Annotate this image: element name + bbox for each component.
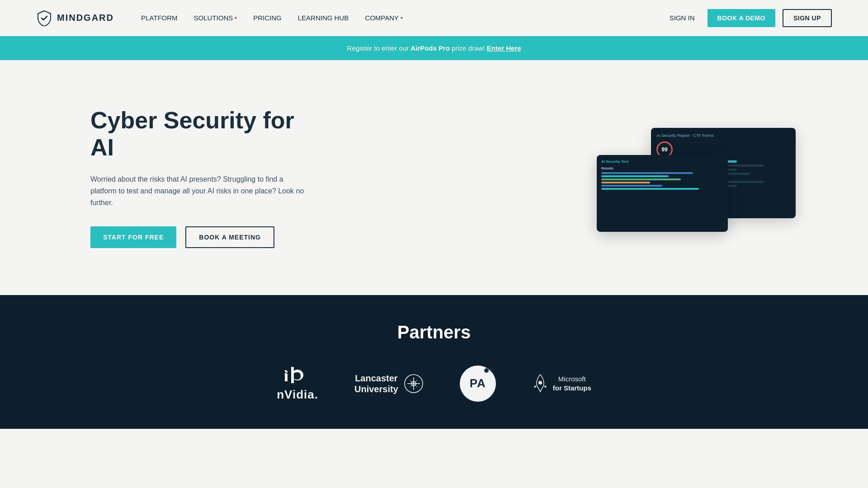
- microsoft-label: Microsoftfor Startups: [553, 375, 591, 392]
- nav-links: PLATFORM SOLUTIONS▾ PRICING LEARNING HUB…: [141, 14, 664, 22]
- pa-consulting-logo: PA: [460, 366, 496, 402]
- hero-description: Worried about the risks that AI presents…: [90, 174, 307, 208]
- svg-point-2: [538, 381, 542, 385]
- pa-dot-small: [490, 368, 493, 371]
- logo-shield-icon: [36, 10, 52, 26]
- pa-circle-badge: PA: [460, 366, 496, 402]
- hero-title: Cyber Security for AI: [90, 107, 307, 161]
- result-bar-4: [601, 182, 650, 183]
- logo-link[interactable]: MINDGARD: [36, 10, 114, 26]
- nav-solutions[interactable]: SOLUTIONS▾: [194, 14, 237, 22]
- promo-banner: Register to enter our AirPods Pro prize …: [0, 36, 868, 60]
- microsoft-startups-logo: Microsoftfor Startups: [532, 374, 591, 394]
- hero-screenshot: AI Security Report - CTF Forms 99 AI Sec…: [597, 123, 796, 232]
- partners-section: Partners nVidia. LancasterUniversity PA: [0, 295, 868, 429]
- book-meeting-button[interactable]: BOOK A MEETING: [185, 226, 274, 248]
- signup-button[interactable]: SIGN UP: [783, 9, 832, 27]
- result-bar-3: [601, 178, 681, 180]
- microsoft-for-startups: for Startups: [553, 384, 591, 393]
- result-bar-2: [601, 175, 669, 177]
- result-bar-6: [601, 188, 699, 190]
- lancaster-crest-icon: [404, 374, 424, 394]
- partners-title: Partners: [36, 322, 832, 343]
- solutions-chevron-icon: ▾: [235, 15, 237, 20]
- lancaster-name: LancasterUniversity: [354, 373, 398, 394]
- microsoft-rocket-icon: [532, 374, 548, 394]
- nav-pricing[interactable]: PRICING: [253, 14, 282, 22]
- nvidia-wordmark: nVidia.: [277, 388, 318, 402]
- partners-logos: nVidia. LancasterUniversity PA: [36, 365, 832, 402]
- hero-buttons: START FOR FREE BOOK A MEETING: [90, 226, 307, 248]
- results-bars: [601, 172, 723, 190]
- nav-company[interactable]: COMPANY▾: [365, 14, 403, 22]
- signin-button[interactable]: SIGN IN: [664, 10, 700, 25]
- nav-actions: SIGN IN BOOK A DEMO SIGN UP: [664, 9, 832, 27]
- result-bar-5: [601, 185, 662, 187]
- banner-cta-link[interactable]: Enter Here: [487, 44, 521, 52]
- hero-content: Cyber Security for AI Worried about the …: [90, 107, 307, 248]
- pa-initials: PA: [470, 376, 486, 390]
- nvidia-icon: [284, 365, 311, 385]
- screen-back-title: AI Security Report - CTF Forms: [656, 133, 790, 138]
- result-bar-1: [601, 172, 693, 174]
- book-demo-button[interactable]: BOOK A DEMO: [708, 9, 775, 27]
- nav-learning-hub[interactable]: LEARNING HUB: [298, 14, 349, 22]
- hero-section: Cyber Security for AI Worried about the …: [0, 60, 868, 295]
- banner-text-prefix: Register to enter our: [347, 44, 410, 52]
- screen-front-title: AI Security Test: [601, 160, 723, 164]
- company-chevron-icon: ▾: [401, 15, 403, 20]
- lancaster-university-logo: LancasterUniversity: [354, 373, 424, 394]
- nav-platform[interactable]: PLATFORM: [141, 14, 178, 22]
- banner-text-suffix: prize draw!: [450, 44, 485, 52]
- nvidia-logo: nVidia.: [277, 365, 318, 402]
- results-label: Results: [601, 166, 723, 170]
- start-free-button[interactable]: START FOR FREE: [90, 226, 176, 248]
- navbar: MINDGARD PLATFORM SOLUTIONS▾ PRICING LEA…: [0, 0, 868, 36]
- hero-screen-front: AI Security Test Results: [597, 155, 728, 232]
- logo-wordmark: MINDGARD: [57, 13, 114, 23]
- pa-dots: [484, 368, 493, 373]
- pa-dot-large: [484, 368, 489, 373]
- banner-product: AirPods Pro: [410, 44, 450, 52]
